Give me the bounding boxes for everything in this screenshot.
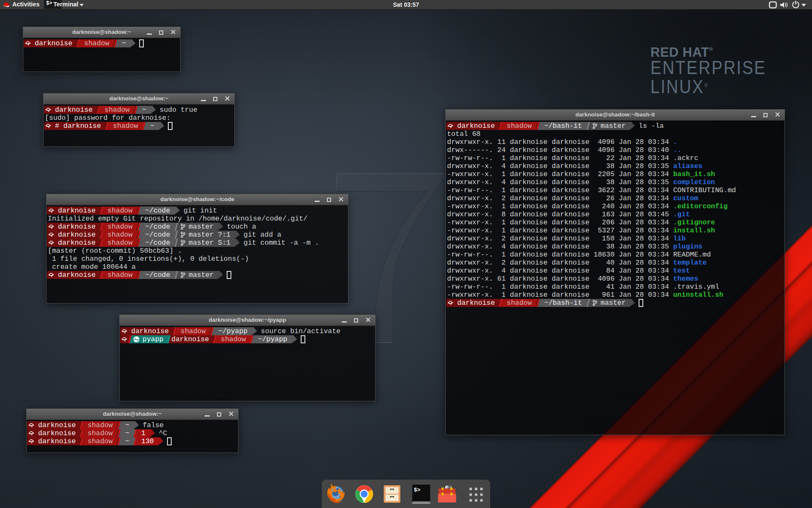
svg-text:$>: $>	[414, 487, 420, 493]
